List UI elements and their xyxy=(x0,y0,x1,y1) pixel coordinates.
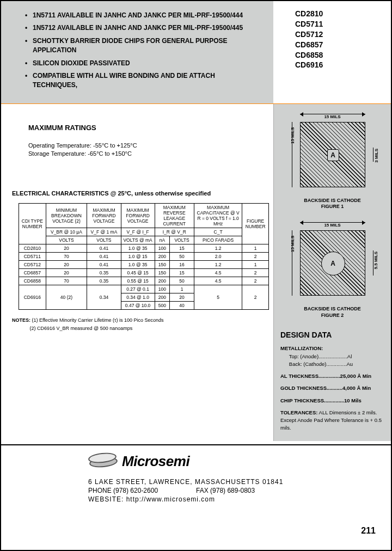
note-2: (2) CD6916 V_BR measured @ 500 nanoamps xyxy=(30,326,133,331)
sub-vf1: V_F @ 1 mA xyxy=(87,228,121,236)
cell: 5 xyxy=(194,285,242,310)
ratings-lines: Operating Temperature: -55°C to +125°C S… xyxy=(28,142,264,158)
cell: 0.45 @ 15 xyxy=(121,269,155,277)
cell: 20 xyxy=(46,261,87,269)
col-vfif: MAXIMUM FORWARD VOLTAGE xyxy=(121,204,155,228)
operating-temp: Operating Temperature: -55°C to +125°C xyxy=(28,142,264,150)
unit-vr: VOLTS xyxy=(170,236,194,244)
cell: 70 xyxy=(46,277,87,285)
cell: 1.0 @ 35 xyxy=(121,261,155,269)
dim-left: 15 MILS xyxy=(292,230,298,296)
anode-pad-square: A xyxy=(327,149,339,161)
electrical-characteristics-table: CDI TYPE NUMBER MINIMUM BREAKDOWN VOLTAG… xyxy=(19,203,269,310)
table-row: CD6916 40 (2) 0.34 0.27 @ 0.1 100 1 5 2 xyxy=(19,285,269,293)
table-row: CD5711700.411.0 @ 15200502.02 xyxy=(19,253,269,261)
fig2-caption-a: BACKSIDE IS CATHODE xyxy=(304,306,360,313)
die-outline: A xyxy=(300,122,365,187)
table-row: CD6858700.350.55 @ 15200504.52 xyxy=(19,277,269,285)
dim-right: 3 MILS xyxy=(367,148,373,162)
sub-vbr: V_BR @ 10 µA xyxy=(46,228,87,236)
cell: CD2810 xyxy=(19,244,46,253)
dim-top: 15 MILS xyxy=(300,222,365,228)
max-ratings-heading: MAXIMUM RATINGS xyxy=(28,124,264,132)
cell: 1 xyxy=(242,261,269,269)
col-vbr: MINIMUM BREAKDOWN VOLTAGE (2) xyxy=(46,204,87,228)
cell: 0.41 xyxy=(87,253,121,261)
col-ct: MAXIMUM CAPACITANCE @ V R = 0 VOLTS f = … xyxy=(194,204,242,228)
cell: 40 (2) xyxy=(46,285,87,310)
cell: 1.0 @ 15 xyxy=(121,253,155,261)
fig1-caption-a: BACKSIDE IS CATHODE xyxy=(304,198,360,204)
cell: 0.34 xyxy=(87,285,121,310)
cell: CD6916 xyxy=(19,285,46,310)
anode-pad-circle: A xyxy=(321,252,345,276)
cell: 50 xyxy=(170,253,194,261)
footer: Microsemi 6 LAKE STREET, LAWRENCE, MASSA… xyxy=(1,445,391,504)
die-outline: A xyxy=(300,230,365,296)
part-number: CD2810 xyxy=(295,9,391,19)
mid-right: 15 MILS 15 MILS A 3 MILS BACKSIDE IS CAT… xyxy=(273,104,391,441)
cell: 1.2 xyxy=(194,244,242,253)
chip-thickness: CHIP THICKNESS..............10 Mils xyxy=(280,397,362,403)
cell: 1.2 xyxy=(194,261,242,269)
address-line: 6 LAKE STREET, LAWRENCE, MASSACHUSETTS 0… xyxy=(88,477,378,486)
feature-item: 1N5711 AVAILABLE IN JANHC AND JANKC PER … xyxy=(33,11,261,20)
datasheet-page: 1N5711 AVAILABLE IN JANHC AND JANKC PER … xyxy=(0,0,392,551)
cell: 200 xyxy=(155,293,170,302)
cell: 0.47 @ 10.0 xyxy=(121,302,155,310)
part-number: CD5712 xyxy=(295,29,391,40)
cell: 500 xyxy=(155,302,170,310)
top-row: 1N5711 AVAILABLE IN JANHC AND JANKC PER … xyxy=(1,1,391,104)
address-block: 6 LAKE STREET, LAWRENCE, MASSACHUSETTS 0… xyxy=(88,477,378,504)
cell: 0.41 xyxy=(87,261,121,269)
col-ir: MAXIMUM REVERSE LEAKAGE CURRENT xyxy=(155,204,194,228)
unit-ir: nA xyxy=(155,236,170,244)
dim-left: 15 MILS xyxy=(292,122,298,187)
cell: 4.5 xyxy=(194,269,242,277)
design-data-body: METALLIZATION: Top: (Anode).............… xyxy=(278,345,387,432)
notes: NOTES: (1) Effective Minority Carrier Li… xyxy=(12,316,264,332)
fig2-caption-b: FIGURE 2 xyxy=(304,313,360,319)
dim-top: 15 MILS xyxy=(300,114,365,119)
cell: 2 xyxy=(242,285,269,310)
table-row: CD2810200.411.0 @ 35100151.21 xyxy=(19,244,269,253)
sub-ct: C_T xyxy=(194,228,242,236)
cell: 2 xyxy=(242,277,269,285)
website: WEBSITE: http://www.microsemi.com xyxy=(88,495,378,504)
part-number-list: CD2810 CD5711 CD5712 CD6857 CD6858 CD691… xyxy=(273,1,391,103)
figure-2: 15 MILS 15 MILS A 5.5 MILS BACKSIDE IS C… xyxy=(278,222,387,319)
cell: 0.35 xyxy=(87,269,121,277)
logo-icon xyxy=(88,453,118,469)
col-fig: FIGURE NUMBER xyxy=(242,204,269,244)
unit-ct: PICO FARADS xyxy=(194,236,242,244)
unit-vf1: VOLTS xyxy=(87,236,121,244)
cell: 2 xyxy=(242,269,269,277)
part-number: CD6858 xyxy=(295,50,391,60)
notes-label: NOTES: xyxy=(12,317,30,323)
cell: 1.0 @ 35 xyxy=(121,244,155,253)
table-row: CD6857200.350.45 @ 15150154.52 xyxy=(19,269,269,277)
cell: CD6858 xyxy=(19,277,46,285)
cell: CD6857 xyxy=(19,269,46,277)
unit-vbr: VOLTS xyxy=(46,236,87,244)
dim-right: 5.5 MILS xyxy=(367,250,373,276)
feature-item: SILICON DIOXIDE PASSIVATED xyxy=(33,59,261,68)
cell: 150 xyxy=(155,261,170,269)
cell: 0.35 xyxy=(87,277,121,285)
part-number: CD6916 xyxy=(295,60,391,70)
dim-right-label: 3 MILS xyxy=(374,149,379,163)
cell: 100 xyxy=(155,285,170,293)
cell: 1 xyxy=(242,244,269,253)
company-logo: Microsemi xyxy=(88,453,378,470)
page-number: 211 xyxy=(361,526,376,536)
cell: 200 xyxy=(155,277,170,285)
metal-top: Top: (Anode)....................Al xyxy=(289,353,352,359)
cell: 200 xyxy=(155,253,170,261)
metallization-label: METALLIZATION: xyxy=(280,345,323,351)
part-number: CD6857 xyxy=(295,40,391,50)
unit-vfif: VOLTS @ mA xyxy=(121,236,155,244)
al-thickness: AL THICKNESS...............25,000 Å Min xyxy=(280,373,371,379)
dim-right-label: 5.5 MILS xyxy=(374,252,379,269)
storage-temp: Storage Temperature: -65°C to +150°C xyxy=(28,150,264,158)
sub-ir: I_R @ V_R xyxy=(155,228,194,236)
